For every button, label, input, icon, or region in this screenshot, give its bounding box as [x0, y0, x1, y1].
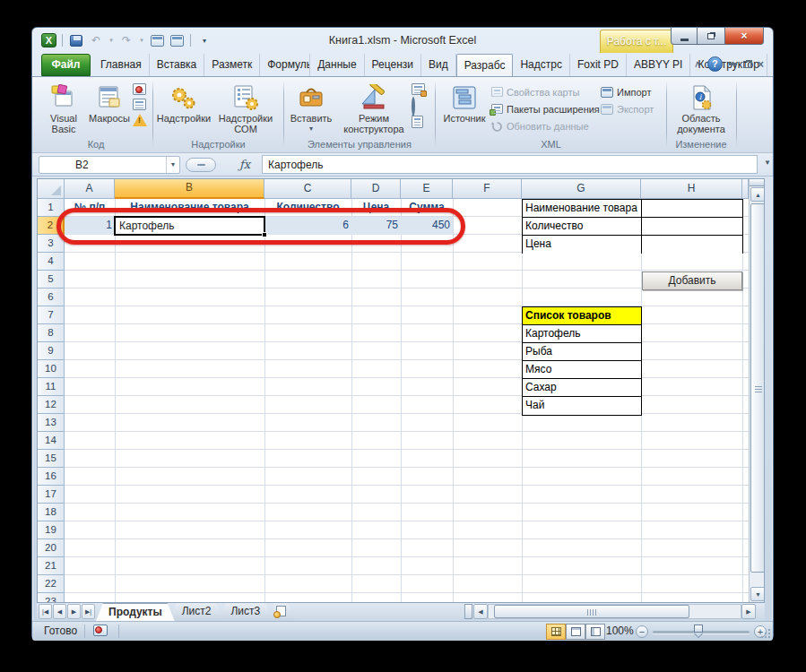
next-sheet-button[interactable]: ▶: [67, 604, 81, 619]
group-label-addins[interactable]: Надстройки: [155, 139, 282, 150]
scroll-down-button[interactable]: ▼: [750, 587, 765, 601]
form-input-quantity[interactable]: [642, 218, 742, 236]
column-header-f[interactable]: F: [453, 179, 522, 199]
import-button[interactable]: Импорт: [601, 83, 662, 100]
horizontal-scroll-track[interactable]: [488, 604, 741, 619]
scroll-right-button[interactable]: ▶: [741, 604, 756, 619]
tab-insert[interactable]: Вставка: [150, 54, 205, 76]
title-bar[interactable]: X ↶ ▾ ↷ ▾ ▾ Книга1.xlsm - Microsoft Exce…: [32, 28, 773, 53]
group-label-xml[interactable]: XML: [438, 139, 664, 150]
help-icon[interactable]: ?: [707, 56, 723, 72]
row-header[interactable]: 11: [38, 378, 65, 396]
tab-developer[interactable]: Разрабс: [456, 54, 514, 76]
workbook-restore-icon[interactable]: [743, 61, 751, 68]
row-header[interactable]: 4: [38, 253, 65, 271]
column-header-a[interactable]: A: [65, 179, 115, 199]
row-header[interactable]: 17: [38, 486, 65, 504]
properties-icon[interactable]: [412, 83, 425, 95]
group-label-modify[interactable]: Изменение: [668, 139, 734, 150]
group-label-code[interactable]: Код: [41, 139, 151, 150]
row-header[interactable]: 16: [38, 468, 65, 486]
tab-foxit[interactable]: Foxit PD: [570, 54, 627, 76]
select-all-corner[interactable]: [38, 179, 65, 199]
list-item[interactable]: Чай: [523, 397, 641, 415]
normal-view-button[interactable]: [546, 624, 566, 640]
form-label-name[interactable]: Наименование товара: [523, 200, 642, 218]
row-header[interactable]: 18: [38, 504, 65, 521]
row-header[interactable]: 6: [38, 289, 65, 306]
tab-addins[interactable]: Надстрс: [513, 54, 570, 76]
list-item[interactable]: Мясо: [523, 361, 641, 379]
name-box[interactable]: B2 ▼: [39, 156, 180, 174]
visual-basic-button[interactable]: Visual Basic: [41, 81, 86, 134]
column-header-h[interactable]: H: [641, 179, 742, 199]
macro-security-warning-icon[interactable]: [133, 114, 147, 126]
macros-button[interactable]: Макросы: [86, 81, 133, 134]
form-label-price[interactable]: Цена: [523, 236, 642, 254]
add-button[interactable]: Добавить: [642, 271, 742, 290]
row-header[interactable]: 8: [38, 324, 65, 342]
expansion-packs-button[interactable]: Пакеты расширения: [491, 100, 601, 117]
zoom-out-button[interactable]: −: [636, 625, 648, 638]
row-header[interactable]: 10: [38, 360, 65, 378]
restore-button[interactable]: [698, 28, 724, 45]
insert-sheet-tab[interactable]: [267, 603, 295, 621]
list-item[interactable]: Картофель: [523, 325, 641, 343]
tab-page-layout[interactable]: Разметк: [204, 54, 260, 76]
cells-area[interactable]: № п/п Наименование товара Количество Цен…: [65, 199, 749, 603]
prev-sheet-button[interactable]: ◀: [53, 604, 66, 619]
column-header-e[interactable]: E: [401, 179, 453, 199]
last-sheet-button[interactable]: ▶|: [82, 604, 95, 619]
sheet-tab-list2[interactable]: Лист2: [169, 603, 224, 621]
workbook-minimize-icon[interactable]: [729, 63, 737, 65]
page-break-view-button[interactable]: [585, 624, 605, 640]
column-header-d[interactable]: D: [351, 179, 401, 199]
form-label-quantity[interactable]: Количество: [523, 218, 642, 236]
first-sheet-button[interactable]: |◀: [39, 604, 52, 619]
tab-view[interactable]: Вид: [421, 54, 456, 76]
row-header[interactable]: 15: [38, 450, 65, 468]
collapse-ribbon-icon[interactable]: ∧: [694, 58, 701, 70]
zoom-level[interactable]: 100%: [606, 622, 634, 641]
tab-data[interactable]: Данные: [310, 54, 364, 76]
column-header-b[interactable]: B: [115, 179, 264, 199]
column-header-g[interactable]: G: [522, 179, 641, 199]
list-item[interactable]: Рыба: [523, 343, 641, 361]
view-code-icon[interactable]: [412, 99, 427, 112]
horizontal-scroll-thumb[interactable]: [494, 605, 689, 618]
row-header[interactable]: 13: [38, 414, 65, 432]
sheet-tab-products[interactable]: Продукты: [96, 603, 175, 621]
vertical-scroll-thumb[interactable]: [750, 203, 765, 573]
minimize-button[interactable]: [671, 28, 698, 45]
insert-function-button[interactable]: ƒx: [231, 156, 258, 174]
scroll-up-button[interactable]: ▲: [750, 187, 765, 202]
zoom-slider-handle[interactable]: [694, 625, 703, 633]
row-header[interactable]: 23: [38, 593, 65, 603]
row-header[interactable]: 19: [38, 521, 65, 539]
relative-references-icon[interactable]: [133, 99, 146, 110]
resize-grip[interactable]: [761, 629, 770, 638]
row-header[interactable]: 21: [38, 557, 65, 575]
tab-abbyy[interactable]: ABBYY PI: [627, 54, 690, 76]
tab-formulas[interactable]: Формулы: [260, 54, 310, 76]
addins-button[interactable]: Надстройки: [155, 81, 212, 134]
tab-home[interactable]: Главная: [93, 54, 150, 76]
row-header[interactable]: 12: [38, 396, 65, 414]
sheet-tab-list3[interactable]: Лист3: [218, 603, 273, 621]
form-input-name[interactable]: [642, 200, 742, 218]
row-header[interactable]: 5: [38, 271, 65, 289]
form-input-price[interactable]: [642, 236, 742, 254]
row-header[interactable]: 20: [38, 539, 65, 557]
design-mode-button[interactable]: Режим конструктора: [336, 81, 412, 134]
row-header[interactable]: 22: [38, 575, 65, 593]
horizontal-scrollbar[interactable]: ◀ ▶: [464, 603, 765, 621]
xml-source-button[interactable]: Источник: [438, 81, 491, 134]
group-label-controls[interactable]: Элементы управления: [286, 139, 433, 150]
run-dialog-icon[interactable]: [412, 116, 423, 128]
row-header[interactable]: 14: [38, 432, 65, 450]
formula-input[interactable]: Картофель: [262, 155, 758, 174]
horizontal-split-handle[interactable]: [464, 604, 472, 619]
products-list-header[interactable]: Список товаров: [523, 307, 641, 325]
name-box-dropdown-icon[interactable]: ▼: [166, 157, 179, 173]
page-layout-view-button[interactable]: [566, 624, 585, 640]
